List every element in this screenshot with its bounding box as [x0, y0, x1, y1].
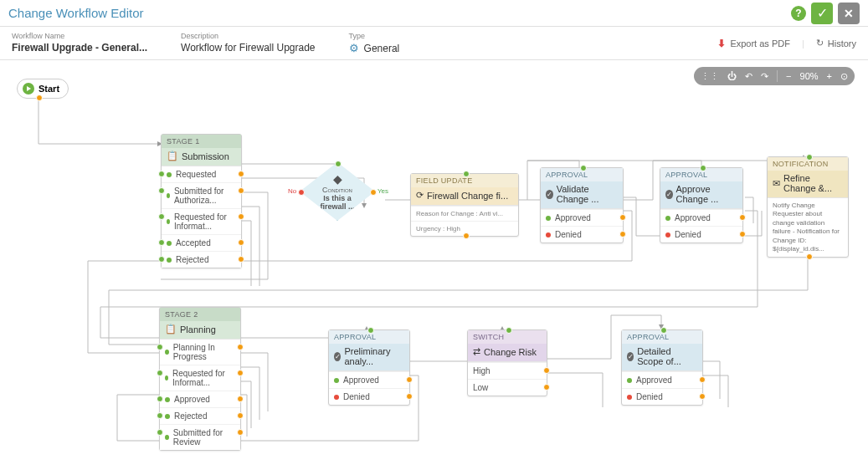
power-icon[interactable]: ⏻ [727, 71, 737, 81]
approval-validate[interactable]: Approval ✓Validate Change ... Approved D… [540, 167, 624, 243]
notification-node[interactable]: Notification ✉Refine Change &... Notify … [767, 156, 849, 258]
stage-row[interactable]: Accepted [162, 234, 241, 251]
stage-row[interactable]: Requested [162, 166, 241, 182]
zoom-out-icon[interactable]: − [786, 71, 791, 81]
pdf-icon: ⬇ [717, 38, 726, 49]
approval-approve[interactable]: Approval ✓Approve Change ... Approved De… [660, 167, 743, 243]
description-value: Workflow for Firewall Upgrade [181, 42, 316, 54]
gear-icon: ⚙ [349, 42, 359, 54]
stage-row[interactable]: Approved [160, 391, 240, 407]
stage-row[interactable]: Rejected [160, 407, 240, 424]
stage-row[interactable]: Rejected [162, 251, 241, 268]
type-value: ⚙General [349, 42, 400, 54]
close-button[interactable]: ✕ [838, 3, 860, 24]
condition-node[interactable]: ◆ Condition Is this a firewall ... No Ye… [300, 162, 375, 221]
stage-planning[interactable]: Stage 2 📋Planning Planning In Progress R… [159, 307, 241, 451]
envelope-icon: ✉ [773, 178, 780, 189]
type-label: Type [349, 32, 400, 40]
approval-scope[interactable]: Approval ✓Detailed Scope of... Approved … [621, 329, 703, 406]
save-button[interactable]: ✓ [811, 3, 833, 24]
workflow-name-value: Firewall Upgrade - General... [12, 42, 147, 54]
canvas-toolbar: ⋮⋮ ⏻ ↶ ↷ − 90% + ⊙ [694, 67, 855, 85]
field-update-node[interactable]: Field Update ⟳Firewall Change fi... Reas… [410, 173, 519, 237]
zoom-level: 90% [800, 71, 819, 81]
page-title: Change Workflow Editor [8, 6, 143, 20]
stage-row[interactable]: Requested for Informat... [162, 208, 241, 234]
redo-icon[interactable]: ↷ [761, 71, 768, 82]
approval-preliminary[interactable]: Approval ✓Preliminary analy... Approved … [328, 329, 410, 406]
play-icon [23, 83, 34, 94]
stage-row[interactable]: Requested for Informat... [160, 365, 240, 391]
history-button[interactable]: ↻History [816, 38, 856, 49]
stage-row[interactable]: Submitted for Review [160, 424, 240, 450]
drag-handle-icon[interactable]: ⋮⋮ [701, 71, 719, 82]
history-icon: ↻ [816, 38, 824, 49]
stage-row[interactable]: Planning In Progress [160, 340, 240, 365]
stage-submission[interactable]: Stage 1 📋Submission Requested Submitted … [161, 134, 242, 268]
help-button[interactable]: ? [791, 6, 806, 21]
export-pdf-button[interactable]: ⬇Export as PDF [717, 38, 790, 49]
start-node[interactable]: Start [17, 79, 69, 99]
workflow-canvas[interactable]: ⋮⋮ ⏻ ↶ ↷ − 90% + ⊙ [0, 60, 868, 475]
workflow-name-label: Workflow Name [12, 32, 147, 40]
stage-row[interactable]: Submitted for Authoriza... [162, 182, 241, 208]
zoom-in-icon[interactable]: + [827, 71, 832, 81]
undo-icon[interactable]: ↶ [745, 71, 752, 82]
port[interactable] [36, 94, 43, 101]
switch-node[interactable]: Switch ⇄Change Risk High Low [467, 329, 547, 396]
fullscreen-icon[interactable]: ⊙ [840, 71, 848, 82]
description-label: Description [181, 32, 316, 40]
